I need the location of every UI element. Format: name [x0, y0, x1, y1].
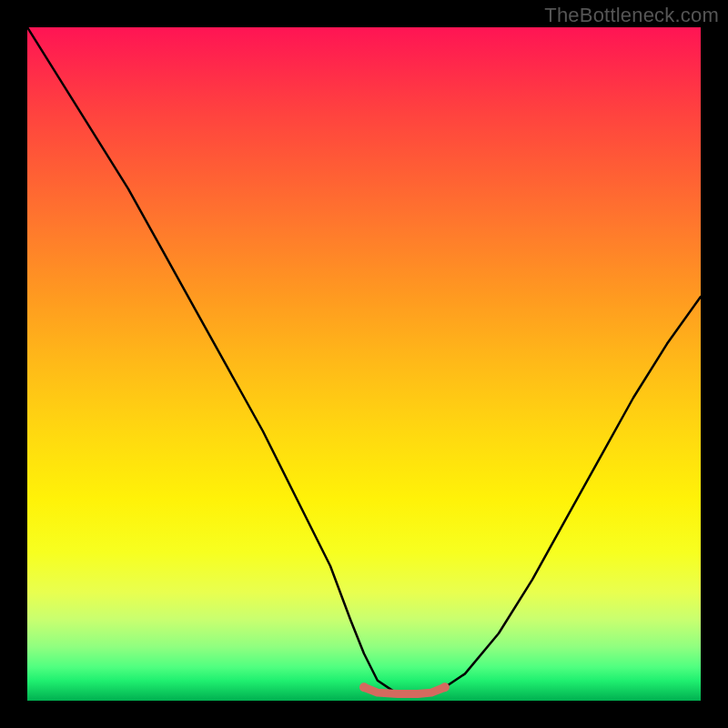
- chart-frame: TheBottleneck.com: [0, 0, 728, 728]
- optimal-segment: [364, 687, 445, 693]
- curve-layer: [27, 27, 701, 701]
- plot-area: [27, 27, 701, 701]
- optimal-segment-start-dot: [359, 682, 369, 692]
- optimal-segment-end-dot: [440, 682, 450, 692]
- watermark-text: TheBottleneck.com: [544, 4, 719, 27]
- bottleneck-curve: [27, 27, 701, 694]
